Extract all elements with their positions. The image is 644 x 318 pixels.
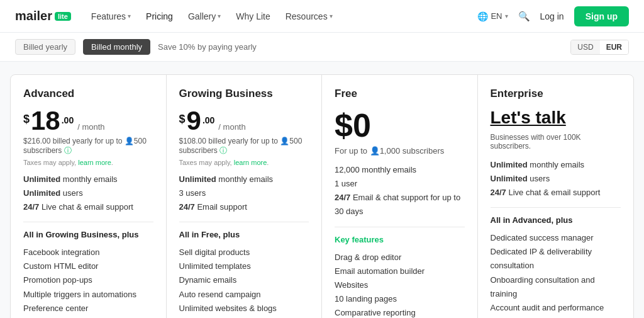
price-yearly-advanced: $216.00 billed yearly for up to 👤500 sub… [23, 137, 153, 156]
learn-more-growing[interactable]: learn more [234, 159, 267, 166]
feature-item: Facebook integration [23, 246, 153, 259]
chevron-icon: ▾ [330, 13, 333, 20]
learn-more-advanced[interactable]: learn more [78, 159, 111, 166]
navbar: mailer lite Features ▾ Pricing Gallery ▾… [0, 0, 644, 33]
search-icon[interactable]: 🔍 [518, 11, 530, 22]
price-period-growing: / month [218, 122, 245, 132]
feature-item: 10 landing pages [335, 292, 465, 306]
feature-item: Unlimited monthly emails [491, 158, 621, 172]
feature-item: Sell digital products [179, 246, 309, 259]
feature-item: Custom HTML editor [23, 259, 153, 273]
price-dec-growing: .00 [203, 115, 214, 125]
billing-yearly-tab[interactable]: Billed yearly [15, 39, 75, 55]
login-button[interactable]: Log in [540, 11, 564, 21]
nav-resources[interactable]: Resources ▾ [286, 11, 333, 21]
price-currency-advanced: $ [23, 113, 30, 126]
price-main-advanced: 18 [31, 108, 60, 134]
feature-item: Dynamic emails [179, 273, 309, 287]
divider [335, 227, 465, 227]
feature-item: Dedicated success manager [491, 231, 621, 245]
nav-features[interactable]: Features ▾ [91, 11, 131, 21]
features-basic-free: 12,000 monthly emails 1 user 24/7 Email … [335, 163, 465, 219]
price-currency-growing: $ [179, 113, 186, 126]
language-selector[interactable]: 🌐 EN ▾ [477, 11, 508, 21]
billing-monthly-tab[interactable]: Billed monthly [83, 39, 150, 55]
plan-name-enterprise: Enterprise [491, 88, 621, 100]
features-basic-growing: Unlimited monthly emails 3 users 24/7 Em… [179, 173, 309, 214]
feature-item: Unlimited monthly emails [179, 173, 309, 186]
price-sub-free: For up to 👤1,000 subscribers [335, 146, 465, 156]
features-extra-growing: Sell digital products Unlimited template… [179, 246, 309, 318]
brand-logo[interactable]: mailer lite [15, 9, 71, 23]
price-period-advanced: / month [77, 122, 104, 132]
feature-item: Onboarding consultation and training [491, 273, 621, 301]
section-title-free: Key features [335, 235, 465, 244]
globe-icon: 🌐 [477, 11, 488, 21]
price-sub-enterprise: Businesses with over 100K subscribers. [491, 133, 621, 150]
chevron-icon: ▾ [505, 13, 508, 20]
feature-item: Unlimited websites & blogs [179, 302, 309, 315]
chevron-icon: ▾ [218, 13, 221, 20]
plan-name-advanced: Advanced [23, 88, 153, 100]
chevron-icon: ▾ [128, 13, 131, 20]
nav-why-lite[interactable]: Why Lite [236, 11, 270, 21]
plan-enterprise: Enterprise Let's talk Businesses with ov… [478, 75, 634, 318]
plan-growing-business: Growing Business $ 9 .00 / month $108.00… [167, 75, 323, 318]
billing-bar: Billed yearly Billed monthly Save 10% by… [0, 33, 644, 62]
feature-item: 12,000 monthly emails [335, 163, 465, 177]
price-dec-advanced: .00 [62, 115, 74, 125]
nav-right: 🌐 EN ▾ 🔍 Log in Sign up [477, 6, 629, 26]
features-basic-enterprise: Unlimited monthly emails Unlimited users… [491, 158, 621, 200]
feature-item: Preference center [23, 302, 153, 315]
features-extra-free: Drag & drop editor Email automation buil… [335, 251, 465, 318]
nav-gallery[interactable]: Gallery ▾ [188, 11, 221, 21]
taxes-advanced: Taxes may apply, learn more. [23, 159, 153, 166]
plan-name-free: Free [335, 88, 465, 100]
feature-item: Drag & drop editor [335, 251, 465, 264]
features-extra-enterprise: Dedicated success manager Dedicated IP &… [491, 231, 621, 318]
brand-name: mailer [15, 9, 52, 23]
lang-label: EN [491, 11, 502, 21]
feature-item: 1 user [335, 177, 465, 191]
feature-item: Unlimited users [23, 186, 153, 200]
nav-links: Features ▾ Pricing Gallery ▾ Why Lite Re… [91, 11, 478, 21]
section-title-enterprise: All in Advanced, plus [491, 215, 621, 225]
price-row-advanced: $ 18 .00 / month [23, 108, 153, 134]
feature-item: Promotion pop-ups [23, 273, 153, 287]
feature-item: 24/7 Email & chat support for up to 30 d… [335, 191, 465, 219]
feature-item: Multiple triggers in automations [23, 288, 153, 302]
feature-item: Unlimited monthly emails [23, 173, 153, 186]
feature-item: Unsubscribe page builder [179, 315, 309, 318]
feature-item: Comparative reporting [335, 306, 465, 318]
signup-button[interactable]: Sign up [574, 6, 629, 26]
price-free: $0 [335, 108, 465, 144]
price-row-growing: $ 9 .00 / month [179, 108, 309, 134]
feature-item: Email automation builder [335, 264, 465, 278]
save-text: Save 10% by paying yearly [158, 42, 257, 52]
features-extra-advanced: Facebook integration Custom HTML editor … [23, 246, 153, 318]
section-title-growing: All in Free, plus [179, 230, 309, 239]
feature-item: Unlimited users [491, 172, 621, 186]
feature-item: AI writing assistant [23, 315, 153, 318]
currency-group: USD EUR [570, 40, 629, 55]
currency-eur[interactable]: EUR [600, 40, 628, 54]
currency-usd[interactable]: USD [571, 40, 599, 54]
feature-item: 3 users [179, 186, 309, 200]
plan-name-growing: Growing Business [179, 88, 309, 100]
feature-item: 24/7 Email support [179, 200, 309, 214]
pricing-wrapper: Advanced $ 18 .00 / month $216.00 billed… [0, 62, 644, 318]
divider [491, 207, 621, 208]
plan-advanced: Advanced $ 18 .00 / month $216.00 billed… [11, 75, 167, 318]
feature-item: Auto resend campaign [179, 288, 309, 302]
divider [23, 222, 153, 222]
feature-item: Unlimited templates [179, 259, 309, 273]
plans-grid: Advanced $ 18 .00 / month $216.00 billed… [10, 74, 634, 318]
feature-item: Dedicated IP & deliverability consultati… [491, 245, 621, 273]
price-yearly-growing: $108.00 billed yearly for up to 👤500 sub… [179, 137, 309, 156]
feature-item: 24/7 Live chat & email support [491, 186, 621, 200]
plan-free: Free $0 For up to 👤1,000 subscribers 12,… [322, 75, 478, 318]
feature-item: Account audit and performance improvemen… [491, 301, 621, 318]
taxes-growing: Taxes may apply, learn more. [179, 159, 309, 166]
nav-pricing[interactable]: Pricing [146, 11, 173, 21]
feature-item: 24/7 Live chat & email support [23, 200, 153, 214]
